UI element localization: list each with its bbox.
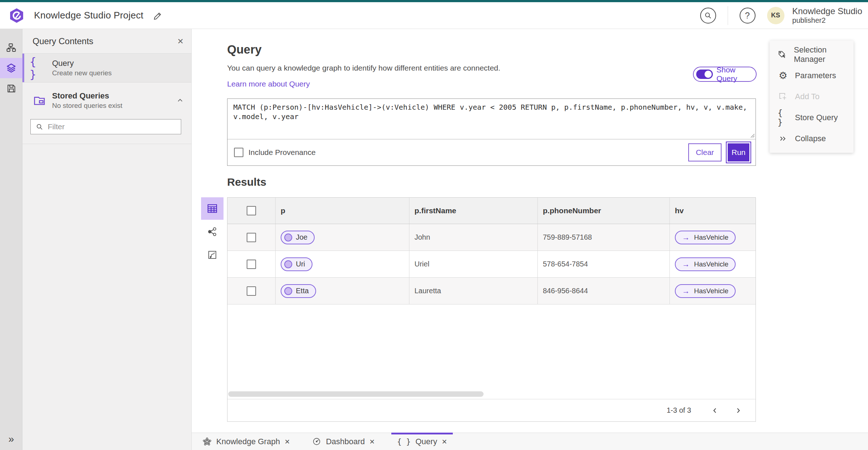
chevron-left-icon [711,407,719,414]
folder-icon [30,94,49,107]
query-item-title: Query [52,59,112,68]
resize-grip-icon[interactable] [750,134,755,138]
include-provenance-label: Include Provenance [248,148,316,157]
column-header-phonenumber[interactable]: p.phoneNumber [538,198,670,224]
header-actions: ? KS Knowledge Studio publisher2 [700,6,868,25]
pagination-bar: 1-3 of 3 [227,399,756,421]
tab-query[interactable]: { } Query × [390,433,454,450]
rail-item-queries[interactable] [0,58,22,78]
menu-item-label: Collapse [795,134,826,143]
selected-indicator [22,54,24,82]
double-chevron-right-icon [778,134,788,143]
arrow-right-icon: → [682,233,690,242]
filter-input[interactable] [48,122,176,131]
chevron-right-icon [735,407,742,414]
app-logo-icon [9,8,25,24]
chevron-up-icon[interactable] [176,97,184,105]
close-tab-icon[interactable]: × [370,437,375,446]
pagination-range: 1-3 of 3 [667,406,691,415]
results-view-toggles [201,197,224,266]
query-editor-input[interactable]: MATCH (p:Person)-[hv:HasVehicle]->(v:Veh… [227,99,756,139]
close-tab-icon[interactable]: × [285,437,290,446]
account-info: Knowledge Studio publisher2 [792,6,862,25]
rail-item-lineage[interactable] [0,38,22,58]
menu-item-collapse[interactable]: Collapse [770,128,854,149]
close-panel-button[interactable]: × [178,36,183,46]
row-checkbox[interactable] [247,286,256,296]
table-icon [207,203,218,214]
query-item-subtitle: Create new queries [52,69,112,77]
next-page-button[interactable] [731,403,745,418]
map-view-button[interactable] [201,244,224,266]
help-button[interactable]: ? [740,8,756,24]
menu-item-add-to: Add To [770,86,854,107]
braces-icon: { } [30,55,49,81]
close-tab-icon[interactable]: × [442,437,447,446]
horizontal-scrollbar[interactable] [228,391,484,397]
clear-button[interactable]: Clear [688,143,722,161]
menu-item-label: Store Query [795,113,838,122]
save-icon [7,84,16,93]
node-chip[interactable]: Joe [281,231,315,244]
network-icon [207,227,217,237]
row-checkbox[interactable] [247,260,256,269]
menu-item-store-query[interactable]: { } Store Query [770,107,854,128]
row-checkbox[interactable] [247,233,256,242]
edge-chip[interactable]: → HasVehicle [675,284,736,298]
table-view-button[interactable] [201,197,224,220]
show-query-label: Show Query [716,66,751,83]
layers-icon [6,63,17,73]
graph-view-button[interactable] [201,220,224,243]
column-header-p[interactable]: p [276,198,409,224]
filter-box [30,119,181,134]
edge-chip[interactable]: → HasVehicle [675,231,736,244]
tab-label: Dashboard [326,437,365,446]
menu-item-parameters[interactable]: ⚙ Parameters [770,65,854,86]
rail-item-save[interactable] [0,78,22,98]
knowledge-graph-icon [203,437,212,446]
learn-more-link[interactable]: Learn more about Query [227,80,310,88]
column-header-firstname[interactable]: p.firstName [409,198,538,224]
tab-label: Query [416,437,437,446]
select-all-checkbox[interactable] [247,206,256,215]
sidebar-item-query[interactable]: { } Query Create new queries [22,54,191,83]
edge-chip[interactable]: → HasVehicle [675,257,736,271]
previous-page-button[interactable] [708,403,722,418]
menu-item-label: Parameters [795,71,836,80]
table-row: Joe John 759-889-57168 → HasVehicle [227,224,756,251]
search-icon [36,123,43,131]
menu-item-label: Selection Manager [794,45,854,64]
stored-queries-title: Stored Queries [52,91,122,101]
add-to-icon [778,92,788,101]
lineage-icon [6,43,16,53]
help-icon: ? [745,10,750,21]
include-provenance-checkbox[interactable] [234,148,243,157]
tab-knowledge-graph[interactable]: Knowledge Graph × [195,433,297,450]
edit-title-button[interactable] [153,10,163,21]
query-description: You can query a knowledge graph to ident… [227,64,500,72]
header-divider [728,6,728,25]
expand-rail-button[interactable]: » [0,431,22,447]
search-button[interactable] [700,8,716,24]
query-contents-panel: Query Contents × { } Query Create new qu… [22,29,192,450]
document-tab-bar: Knowledge Graph × Dashboard × { } Query … [192,433,868,450]
tab-label: Knowledge Graph [216,437,280,446]
stored-queries-subtitle: No stored queries exist [52,102,122,110]
braces-icon: { } [778,108,788,127]
menu-item-selection-manager[interactable]: Selection Manager [770,44,854,65]
stored-queries-section[interactable]: Stored Queries No stored queries exist [22,86,191,113]
run-button[interactable]: Run [727,142,750,163]
braces-icon: { } [397,437,411,446]
table-header-row: p p.firstName p.phoneNumber hv [227,198,756,224]
node-chip[interactable]: Etta [281,284,316,298]
show-query-toggle[interactable]: Show Query [693,67,757,82]
tab-dashboard[interactable]: Dashboard × [305,433,382,450]
avatar[interactable]: KS [767,7,784,24]
account-name: Knowledge Studio [792,6,862,16]
column-header-hv[interactable]: hv [670,198,756,224]
node-chip[interactable]: Uri [281,257,312,271]
table-row: Uri Uriel 578-654-7854 → HasVehicle [227,251,756,278]
toggle-switch-on [696,70,713,79]
knowledge-studio-app: Knowledge Studio Project ? KS [0,0,868,450]
arrow-right-icon: → [682,260,690,269]
